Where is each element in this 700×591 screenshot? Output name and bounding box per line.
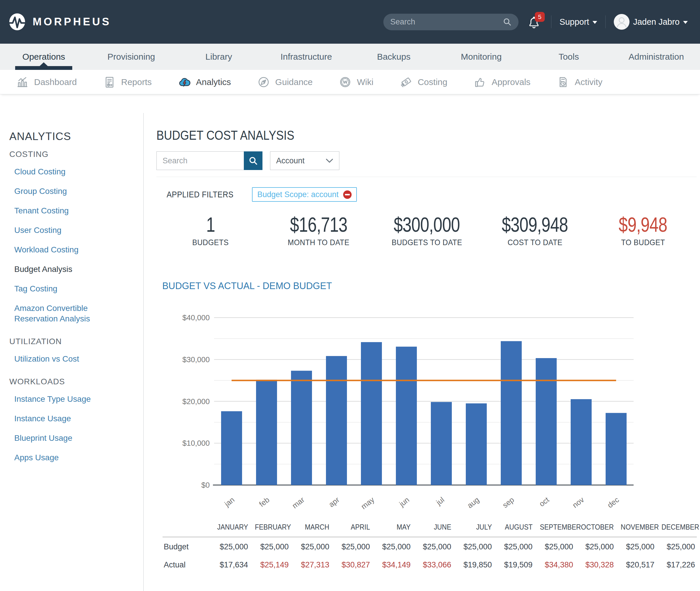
tab-infrastructure[interactable]: Infrastructure <box>262 44 350 70</box>
header-actions: 5 Support Jaden Jabro <box>383 13 688 30</box>
sidebar-item-cloud-costing[interactable]: Cloud Costing <box>14 167 129 177</box>
x-tick-label: aug <box>466 495 481 510</box>
wiki-icon <box>339 76 352 88</box>
notifications-button[interactable]: 5 <box>527 13 543 30</box>
activity-icon <box>557 76 570 88</box>
budget-vs-actual-chart: $0$10,000$20,000$30,000$40,000janfebmara… <box>140 291 699 518</box>
table-cell: $19,509 <box>494 556 534 574</box>
budget-search-input[interactable] <box>157 151 244 170</box>
subnav-item-dashboard[interactable]: Dashboard <box>16 76 77 88</box>
x-tick-label: oct <box>537 495 551 508</box>
month-column-header: JANUARY <box>209 519 250 537</box>
svg-text:$10,000: $10,000 <box>182 439 210 448</box>
top-header: MORPHEUS 5 Support <box>0 0 700 44</box>
brand[interactable]: MORPHEUS <box>8 13 111 31</box>
table-cell: $25,000 <box>575 537 616 556</box>
bar-oct <box>536 358 557 485</box>
sidebar-item-instance-type-usage[interactable]: Instance Type Usage <box>14 394 129 404</box>
sidebar-item-workload-costing[interactable]: Workload Costing <box>14 245 129 255</box>
table-cell: $33,066 <box>412 556 453 574</box>
search-icon <box>248 155 258 166</box>
subnav-item-guidance[interactable]: Guidance <box>257 76 312 88</box>
sidebar-sections: COSTINGCloud CostingGroup CostingTenant … <box>9 150 134 463</box>
row-label: Actual <box>163 556 209 574</box>
sidebar-item-budget-analysis[interactable]: Budget Analysis <box>14 264 129 274</box>
search-icon[interactable] <box>502 17 512 27</box>
primary-nav: OperationsProvisioningLibraryInfrastruct… <box>0 44 700 70</box>
remove-filter-icon[interactable] <box>343 190 352 199</box>
x-tick-label: dec <box>605 495 621 510</box>
sidebar-item-tenant-costing[interactable]: Tenant Costing <box>14 205 129 216</box>
bar-sep <box>501 341 522 485</box>
x-tick-label: mar <box>290 495 306 510</box>
user-name: Jaden Jabro <box>633 17 680 27</box>
chevron-down-icon <box>683 21 688 24</box>
tab-tools[interactable]: Tools <box>525 44 612 70</box>
subnav-item-activity[interactable]: Activity <box>557 76 602 88</box>
subnav-item-costing[interactable]: Costing <box>400 76 448 88</box>
dashboard-icon <box>16 76 29 88</box>
sidebar-item-apps-usage[interactable]: Apps Usage <box>14 452 129 463</box>
filter-chip-label: Budget Scope: account <box>257 190 339 199</box>
user-menu[interactable]: Jaden Jabro <box>614 14 688 30</box>
tab-backups[interactable]: Backups <box>350 44 438 70</box>
guidance-icon <box>257 76 270 88</box>
sidebar-item-instance-usage[interactable]: Instance Usage <box>14 413 129 424</box>
table-cell: $34,149 <box>372 556 412 574</box>
svg-text:$20,000: $20,000 <box>182 397 210 406</box>
sidebar-item-blueprint-usage[interactable]: Blueprint Usage <box>14 433 129 443</box>
bar-may <box>361 342 382 485</box>
table-cell: $20,517 <box>616 556 656 574</box>
table-cell: $19,850 <box>453 556 494 574</box>
x-tick-label: jun <box>397 495 411 509</box>
sidebar-item-group-costing[interactable]: Group Costing <box>14 186 129 197</box>
stat-value: $16,713 <box>290 214 347 236</box>
stat-cost-to-date: $309,948COST TO DATE <box>481 214 589 247</box>
sidebar-item-amazon-convertible-reservation-analysis[interactable]: Amazon Convertible Reservation Analysis <box>14 303 129 324</box>
table-cell: $25,000 <box>331 537 372 556</box>
x-tick-label: nov <box>571 495 586 510</box>
month-column-header: MAY <box>372 519 412 537</box>
table-cell: $17,226 <box>656 556 697 574</box>
global-search-input[interactable] <box>390 17 502 27</box>
chevron-down-icon <box>326 158 333 163</box>
subnav-item-reports[interactable]: Reports <box>103 76 152 88</box>
bar-jun <box>396 347 417 485</box>
subnav-item-approvals[interactable]: Approvals <box>474 76 530 88</box>
filter-chip[interactable]: Budget Scope: account <box>252 187 357 202</box>
table-cell: $25,000 <box>250 537 291 556</box>
stat-label: BUDGETS TO DATE <box>372 238 481 247</box>
table-cell: $34,380 <box>534 556 575 574</box>
scope-select-value: Account <box>276 156 305 166</box>
month-column-header: AUGUST <box>494 519 534 537</box>
search-button[interactable] <box>244 151 262 170</box>
tab-operations[interactable]: Operations <box>0 44 88 70</box>
sidebar-item-user-costing[interactable]: User Costing <box>14 225 129 236</box>
table-cell: $25,000 <box>290 537 331 556</box>
support-menu[interactable]: Support <box>560 17 597 27</box>
subnav-item-wiki[interactable]: Wiki <box>339 76 373 88</box>
sidebar-item-tag-costing[interactable]: Tag Costing <box>14 283 129 294</box>
tab-provisioning[interactable]: Provisioning <box>88 44 175 70</box>
table-cell: $25,000 <box>616 537 656 556</box>
stat-value: $300,000 <box>394 214 460 236</box>
tab-monitoring[interactable]: Monitoring <box>438 44 525 70</box>
sidebar-item-utilization-vs-cost[interactable]: Utilization vs Cost <box>14 354 129 364</box>
tab-administration[interactable]: Administration <box>612 44 700 70</box>
analytics-icon <box>178 76 191 88</box>
subnav-item-analytics[interactable]: Analytics <box>178 76 231 88</box>
applied-filters-row: APPLIED FILTERS Budget Scope: account <box>167 187 357 202</box>
scope-select[interactable]: Account <box>270 151 339 170</box>
bar-nov <box>571 399 592 485</box>
tab-library[interactable]: Library <box>175 44 262 70</box>
costing-icon <box>400 76 412 88</box>
notification-badge: 5 <box>535 12 545 22</box>
x-tick-label: jan <box>223 495 236 509</box>
svg-text:$30,000: $30,000 <box>182 355 210 364</box>
table-cell: $25,000 <box>209 537 250 556</box>
month-column-header: APRIL <box>331 519 372 537</box>
stat-label: COST TO DATE <box>481 238 589 247</box>
morpheus-app: MORPHEUS 5 Support <box>0 0 700 591</box>
month-column-header: OCTOBER <box>575 519 616 537</box>
month-column-header: JUNE <box>412 519 453 537</box>
